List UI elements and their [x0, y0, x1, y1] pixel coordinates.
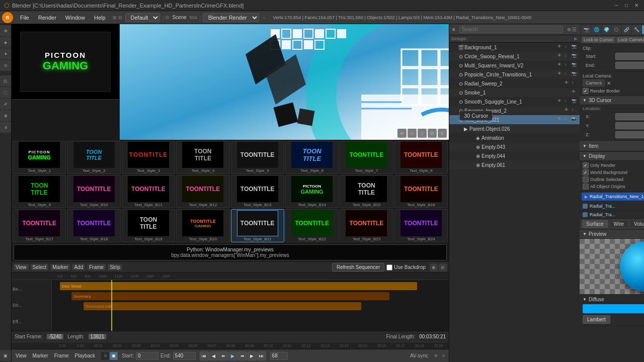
prop-scene-icon[interactable]: 🌐: [592, 25, 601, 34]
vis-icon-3[interactable]: 👁: [557, 62, 564, 68]
outliner-item-smoke[interactable]: ⊙ Smoke_1 👁: [449, 88, 580, 97]
style-item-b12[interactable]: TOONTITLE Text_Style_B12: [176, 175, 229, 208]
style-item-b16[interactable]: TOONTITLE Text_Style_B16: [394, 175, 448, 208]
ren-icon-4[interactable]: 📷: [572, 71, 578, 77]
outliner-icon-1[interactable]: ⊕: [567, 27, 571, 32]
style-item-b14[interactable]: PICTOON GAMING Text_Style_B14: [285, 175, 339, 208]
style-item-b17[interactable]: TOONTITLE Text_Style_B17: [13, 209, 66, 242]
end-frame-input[interactable]: [173, 352, 196, 360]
cursor-y-input[interactable]: [615, 122, 644, 129]
style-item-9[interactable]: TOONTITLE Text_Style_9: [13, 175, 66, 208]
tool-icon-9[interactable]: ☌: [0, 122, 11, 133]
style-item-7[interactable]: TOONTITLE Text_Style_7: [340, 141, 393, 174]
cursor-3d-title[interactable]: ▼ 3D Cursor ≡: [580, 96, 644, 105]
seq-view-btn[interactable]: View: [14, 264, 29, 270]
vis-icon-2[interactable]: 👁: [557, 53, 564, 59]
menu-render[interactable]: Render: [34, 14, 60, 22]
sel-icon-9[interactable]: ↕: [565, 117, 571, 123]
skip-end-btn[interactable]: ⏭: [257, 351, 266, 360]
world-bg-check[interactable]: [583, 169, 589, 175]
clip-start-input[interactable]: [615, 53, 644, 60]
outliner-item-text-b21[interactable]: ⊙ Text_Style_B21 👁 ↕ 📷: [449, 115, 580, 124]
prop-modifier-icon[interactable]: 🔧: [632, 25, 641, 34]
tool-icon-8[interactable]: ⊗: [0, 110, 11, 121]
vis-icon-7[interactable]: 👁: [557, 99, 564, 105]
anim-icon-1[interactable]: ⊙: [101, 352, 109, 360]
playback-frame-btn[interactable]: Frame: [52, 352, 71, 359]
seq-select-btn[interactable]: Select: [31, 264, 49, 270]
menu-help[interactable]: Help: [90, 14, 110, 22]
preview-title[interactable]: ▼ Preview: [580, 230, 644, 239]
lock-to-cursor-btn[interactable]: Lock to Cursor: [582, 37, 615, 43]
sel-icon-2[interactable]: ↕: [565, 53, 571, 59]
tool-icon-6[interactable]: ⬚: [0, 87, 11, 98]
viewport-btn-2[interactable]: ⊙: [408, 129, 417, 138]
tool-icon-3[interactable]: ✦: [0, 48, 11, 59]
item-title[interactable]: ▼ Item Radial_Tra...: [580, 141, 644, 151]
prop-render-icon[interactable]: 📷: [582, 25, 591, 34]
menu-file[interactable]: File: [16, 14, 33, 22]
start-frame-input[interactable]: [136, 352, 158, 360]
seq-bar-1[interactable]: Dive Sheet: [60, 282, 417, 290]
prop-object-icon[interactable]: ⬡: [612, 25, 621, 34]
style-item-5[interactable]: TOONTITLE Text_Style_5: [231, 141, 284, 174]
tool-icon-4[interactable]: ⊙: [0, 60, 11, 71]
outliner-item-empty43[interactable]: ⊕ Empty.043: [449, 142, 580, 151]
outliner-item-empty44[interactable]: ⊕ Empty.044: [449, 151, 580, 160]
diffuse-title[interactable]: ▼ Diffuse: [583, 297, 644, 303]
sel-icon-8[interactable]: ↕: [572, 108, 578, 114]
viewport-btn-3[interactable]: 1: [418, 129, 427, 138]
use-backdrop-check[interactable]: Use Backdrop: [386, 264, 426, 270]
prop-material-icon[interactable]: ●: [642, 25, 644, 34]
menu-window[interactable]: Window: [61, 14, 89, 22]
outliner-item-background1[interactable]: 🎬 Background_1 👁 ↕ 📷: [449, 43, 580, 52]
minimize-button[interactable]: ─: [613, 2, 620, 9]
use-backdrop-checkbox[interactable]: [386, 264, 392, 270]
ren-icon-3[interactable]: 📷: [572, 62, 578, 68]
style-item-b18[interactable]: TOONTITLE Text_Style_B18: [67, 209, 120, 242]
main-viewport[interactable]: ⊕ ⊙ 1 ⊞ ⧉: [120, 24, 449, 140]
cursor-z-input[interactable]: [615, 131, 644, 138]
ren-icon-7[interactable]: 📷: [572, 99, 578, 105]
playback-view-btn[interactable]: View: [14, 352, 29, 359]
tool-icon-5[interactable]: ◰: [0, 75, 11, 86]
sel-icon[interactable]: ↕: [565, 44, 571, 50]
seq-marker-btn[interactable]: Marker: [50, 264, 70, 270]
outliner-item-popsicle[interactable]: ⊙ Popsicle_Circle_Transitions_1 👁 ↕ 📷: [449, 70, 580, 79]
sel-icon-3[interactable]: ↕: [565, 62, 571, 68]
cursor-x-input[interactable]: [615, 113, 644, 120]
style-item-b15[interactable]: TOON TITLE Text_Style_B15: [340, 175, 393, 208]
only-render-check[interactable]: [583, 162, 589, 168]
next-keyframe-btn[interactable]: ➡: [238, 351, 247, 360]
style-item-b23[interactable]: TOONTITLE Text_Style_B23: [340, 209, 393, 242]
vis-icon-4[interactable]: 👁: [557, 71, 564, 77]
seq-icon-1[interactable]: ⊕: [430, 263, 438, 272]
outliner-item-radial[interactable]: ⊙ Radial_Sweep_2 👁 ↕: [449, 79, 580, 88]
clip-end-input[interactable]: [615, 62, 644, 69]
viewport-btn-4[interactable]: ⊞: [428, 129, 437, 138]
sel-icon-7[interactable]: ↕: [565, 99, 571, 105]
tool-icon-2[interactable]: ◈: [0, 37, 11, 48]
play-btn[interactable]: ▶: [228, 351, 237, 360]
style-item-b24[interactable]: TOONTITLE Text_Style_B24: [394, 209, 448, 242]
vis-icon-9[interactable]: 👁: [557, 117, 564, 123]
tool-icon-bottom[interactable]: ▣: [0, 350, 11, 361]
tool-icon-1[interactable]: ⊕: [0, 25, 11, 36]
camera-select-btn[interactable]: Camera: [583, 79, 605, 86]
prev-keyframe-btn[interactable]: ⬅: [219, 351, 228, 360]
seq-add-btn[interactable]: Add: [72, 264, 85, 270]
tl-icon-2[interactable]: ⊙: [440, 352, 447, 359]
style-item-1[interactable]: PICTOON GAMING Text_Style_1: [13, 141, 66, 174]
outline-sel-check[interactable]: [583, 176, 589, 183]
outliner-item-multi[interactable]: ⊙ Multi_Squares_Inward_V2 👁 ↕ 📷: [449, 61, 580, 70]
style-item-b21[interactable]: TOONTITLE Text_Style_B21: [231, 209, 284, 242]
style-item-b19[interactable]: TOON TITLE Text_Style_B19: [122, 209, 175, 242]
sel-icon-4[interactable]: ↕: [565, 71, 571, 77]
outliner-item-anim[interactable]: ◈ Animation: [449, 133, 580, 142]
outliner-search[interactable]: [459, 26, 563, 33]
ren-icon-9[interactable]: 📷: [572, 117, 578, 123]
render-border-check[interactable]: [583, 88, 589, 94]
sequencer-timeline[interactable]: Dive Sheet Summary Document edit: [52, 280, 449, 331]
style-item-8[interactable]: TOONTITLE Text_Style_8: [394, 141, 448, 174]
style-item-b13[interactable]: TOONTITLE Text_Style_B13: [231, 175, 284, 208]
